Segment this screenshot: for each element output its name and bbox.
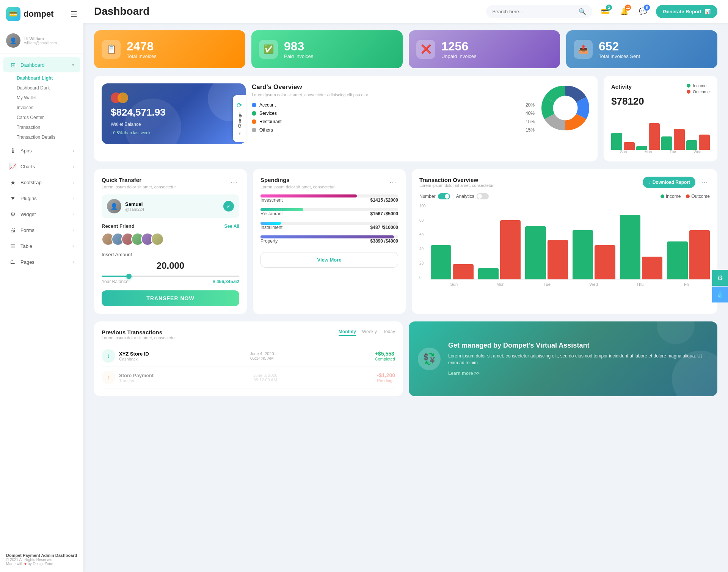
big-bar-group-fri [667,230,710,279]
download-report-button[interactable]: ↓ Download Report [643,177,695,188]
chevron-right-icon8: › [73,260,74,264]
search-bar: 🔍 [486,5,592,18]
user-email: william@gmail.com [24,41,57,45]
amount-slider[interactable] [102,276,239,277]
float-water-button[interactable]: 💧 [712,287,728,302]
sidebar-item-pages[interactable]: 🗂 Pages › [3,254,80,270]
balance-value: $ 456,345.62 [213,279,239,284]
analytics-toggle[interactable] [477,193,489,199]
bottom-row: Quick Transfer Lorem ipsum dolor sit ame… [94,169,717,314]
float-settings-button[interactable]: ⚙ [712,270,728,286]
big-bar-group-wed [573,230,615,279]
bar-tue-outcome [674,129,685,150]
chevron-right-icon2: › [73,164,74,169]
stat-card-total-invoices: 📋 2478 Total Invoices [94,30,245,68]
sidebar-item-transaction[interactable]: Transaction [14,122,77,132]
tab-weekly[interactable]: Weekly [362,329,377,336]
view-more-button[interactable]: View More [260,252,398,268]
user-section: 👤 Hi,William william@gmail.com [0,28,83,53]
txn-amount: +$5,553 [375,351,395,357]
forms-icon: 🖨 [9,226,17,234]
txn-status: Completed [375,357,395,361]
logo-icon: 💳 [6,7,20,21]
sidebar-item-charts[interactable]: 📈 Charts › [3,159,80,174]
chat-icon-btn[interactable]: 💬 5 [636,5,650,18]
spending-investment: Investment $1415 /$2000 [260,194,398,203]
va-learn-more-link[interactable]: Learn more >> [448,371,708,376]
va-icon: 💱 [418,348,441,370]
friend-avatar-6[interactable] [151,233,164,246]
sidebar-item-transaction-details[interactable]: Transaction Details [14,132,77,142]
see-all-link[interactable]: See All [224,224,239,229]
transfer-user-avatar: 👤 [107,199,121,213]
unpaid-invoices-label: Unpaid Invoices [441,53,477,59]
sidebar-item-dashboard[interactable]: ⊞ Dashboard ▾ [3,57,80,72]
quick-transfer-sub: Lorem ipsum dolor sit amet, consectetur [102,185,176,189]
bell-icon-btn[interactable]: 🔔 12 [617,5,631,18]
chevron-down-icon2: ▾ [238,131,241,136]
sidebar-item-apps[interactable]: ℹ Apps › [3,143,80,158]
sidebar-item-plugins[interactable]: ♥ Plugins › [3,191,80,206]
balance-label: Your Balance [102,279,129,284]
paid-invoices-icon: ✅ [259,40,278,59]
sidebar-item-dashboard-dark[interactable]: Dashboard Dark [14,83,77,93]
unpaid-invoices-icon: ❌ [416,40,435,59]
widget-icon: ⚙ [9,210,17,218]
txn-name: XYZ Store ID [119,351,149,357]
sidebar-item-my-wallet[interactable]: My Wallet [14,93,77,103]
txn-overview-more-btn[interactable]: ⋯ [699,177,710,188]
account-pct: 20% [526,102,535,108]
sidebar-item-bootstrap[interactable]: ★ Bootstrap › [3,175,80,190]
plugins-icon: ♥ [9,194,17,202]
chat-badge: 5 [644,5,650,11]
main-area: Dashboard 🔍 💳 2 🔔 12 💬 5 Generate Report… [83,0,728,572]
sidebar-table-label: Table [20,243,32,249]
sidebar-item-widget[interactable]: ⚙ Widget › [3,207,80,222]
number-toggle[interactable] [438,193,450,199]
big-bar-group-sun [431,245,474,279]
search-input[interactable] [492,9,576,14]
header-icons: 💳 2 🔔 12 💬 5 [598,5,650,18]
change-btn-label: Change [237,113,242,128]
tab-today[interactable]: Today [383,329,395,336]
search-icon: 🔍 [579,8,586,15]
txn-overview-sub: Lorem ipsum dolor sit amet, consectetur [419,183,494,188]
bootstrap-icon: ★ [9,179,17,186]
sidebar-item-invoices[interactable]: Invoices [14,103,77,113]
bar-mon-income [636,146,647,150]
paid-invoices-label: Paid Invoices [284,53,313,59]
chevron-right-icon5: › [73,212,74,216]
transfer-now-button[interactable]: TRANSFER NOW [102,290,239,306]
investment-val: $1415 /$2000 [370,197,398,203]
sidebar-item-table[interactable]: ☰ Table › [3,238,80,254]
spending-restaurant: Restaurant $1567 /$5000 [260,208,398,216]
income-legend-item: Income [661,194,681,199]
activity-title: Activity [611,83,632,90]
wallet-icon-btn[interactable]: 💳 2 [598,5,612,18]
sidebar-bootstrap-label: Bootstrap [20,180,42,185]
sidebar-item-cards-center[interactable]: Cards Center [14,113,77,122]
hamburger-icon[interactable]: ☰ [71,9,77,19]
spendings-more-btn[interactable]: ⋯ [388,177,398,187]
sidebar-item-dashboard-light[interactable]: Dashboard Light [14,73,77,83]
sidebar-item-forms[interactable]: 🖨 Forms › [3,223,80,238]
quick-transfer-more-btn[interactable]: ⋯ [229,177,239,187]
big-bar-group-tue [525,226,568,279]
income-legend-dot [661,194,664,198]
tab-monthly[interactable]: Monthly [339,329,356,336]
tab-group: Monthly Weekly Today [339,329,395,336]
wallet-card-wrapper: $824,571.93 Wallet Balance +0.8% than la… [102,83,246,154]
bar-chart-icon: 📊 [704,9,711,14]
income-label: Income [693,83,706,88]
bar-wed-income [686,140,697,150]
overview-sub: Lorem ipsum dolor sit amet, consectetur … [252,92,535,97]
table-row: ↑ Store Payment Transfer June 3, 202009:… [102,367,395,389]
avatar-img: 👤 [6,33,20,48]
spendings-card: Spendings Lorem ipsum dolor sit amet, co… [253,169,406,314]
generate-report-button[interactable]: Generate Report 📊 [656,5,717,18]
change-button[interactable]: ⟳ Change ▾ [233,95,246,142]
overview-title: Card's Overview [252,83,535,91]
income-dot [687,84,690,88]
transfer-user-name: Samuel [125,201,144,207]
quick-transfer-header: Quick Transfer Lorem ipsum dolor sit ame… [102,177,239,194]
